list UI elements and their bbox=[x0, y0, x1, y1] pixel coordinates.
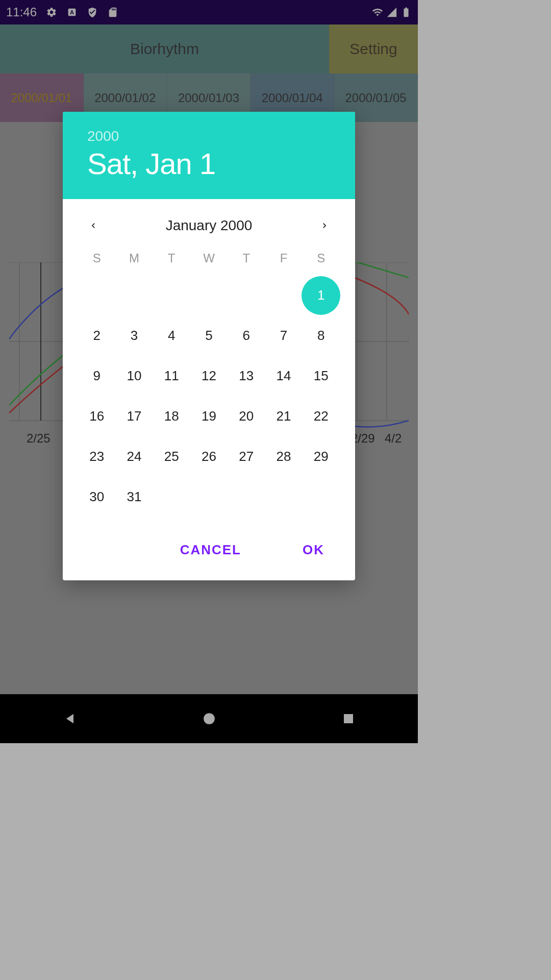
day-15[interactable]: 15 bbox=[303, 356, 340, 396]
weekday-fri: F bbox=[265, 251, 302, 265]
date-picker-dialog: 2000 Sat, Jan 1 January 2000 S M T W T F… bbox=[63, 112, 355, 580]
day-22[interactable]: 22 bbox=[303, 397, 340, 436]
day-7[interactable]: 7 bbox=[265, 316, 302, 355]
day-row: 9101112131415 bbox=[78, 356, 340, 396]
day-25[interactable]: 25 bbox=[153, 437, 190, 476]
weekday-sat: S bbox=[303, 251, 340, 265]
svg-point-9 bbox=[204, 713, 215, 724]
day-empty bbox=[190, 276, 228, 315]
day-empty bbox=[303, 477, 340, 517]
day-26[interactable]: 26 bbox=[190, 437, 228, 476]
triangle-back-icon bbox=[63, 712, 77, 726]
day-empty bbox=[78, 276, 115, 315]
weekday-sun: S bbox=[78, 251, 115, 265]
chevron-right-icon bbox=[319, 220, 330, 231]
day-4[interactable]: 4 bbox=[153, 316, 190, 355]
day-row: 3031 bbox=[78, 477, 340, 517]
day-empty bbox=[153, 276, 190, 315]
day-3[interactable]: 3 bbox=[115, 316, 153, 355]
day-11[interactable]: 11 bbox=[153, 356, 190, 396]
day-row: 16171819202122 bbox=[78, 397, 340, 436]
day-empty bbox=[115, 276, 153, 315]
ok-button[interactable]: OK bbox=[287, 535, 340, 565]
cancel-button[interactable]: CANCEL bbox=[165, 535, 257, 565]
day-5[interactable]: 5 bbox=[190, 316, 228, 355]
weekday-row: S M T W T F S bbox=[78, 251, 340, 265]
day-6[interactable]: 6 bbox=[228, 316, 265, 355]
day-9[interactable]: 9 bbox=[78, 356, 115, 396]
day-empty bbox=[228, 276, 265, 315]
weekday-thu: T bbox=[228, 251, 265, 265]
day-23[interactable]: 23 bbox=[78, 437, 115, 476]
picker-buttons: CANCEL OK bbox=[63, 528, 355, 580]
prev-month-button[interactable] bbox=[83, 215, 104, 236]
square-recent-icon bbox=[342, 713, 355, 725]
day-29[interactable]: 29 bbox=[303, 437, 340, 476]
day-empty bbox=[265, 276, 302, 315]
day-row: 23242526272829 bbox=[78, 437, 340, 476]
back-button[interactable] bbox=[39, 706, 101, 731]
day-28[interactable]: 28 bbox=[265, 437, 302, 476]
day-16[interactable]: 16 bbox=[78, 397, 115, 436]
day-1[interactable]: 1 bbox=[303, 276, 340, 315]
day-8[interactable]: 8 bbox=[303, 316, 340, 355]
chevron-left-icon bbox=[88, 220, 98, 231]
weekday-tue: T bbox=[153, 251, 190, 265]
day-21[interactable]: 21 bbox=[265, 397, 302, 436]
weekday-mon: M bbox=[115, 251, 153, 265]
day-empty bbox=[153, 477, 190, 517]
day-24[interactable]: 24 bbox=[115, 437, 153, 476]
day-empty bbox=[265, 477, 302, 517]
picker-header: 2000 Sat, Jan 1 bbox=[63, 112, 355, 199]
calendar-grid: S M T W T F S 12345678910111213141516171… bbox=[63, 246, 355, 528]
day-27[interactable]: 27 bbox=[228, 437, 265, 476]
day-20[interactable]: 20 bbox=[228, 397, 265, 436]
day-row: 1 bbox=[78, 276, 340, 315]
day-13[interactable]: 13 bbox=[228, 356, 265, 396]
day-row: 2345678 bbox=[78, 316, 340, 355]
day-empty bbox=[228, 477, 265, 517]
picker-selected-date[interactable]: Sat, Jan 1 bbox=[87, 146, 331, 181]
day-19[interactable]: 19 bbox=[190, 397, 228, 436]
system-nav-bar bbox=[0, 694, 418, 743]
day-17[interactable]: 17 bbox=[115, 397, 153, 436]
picker-year[interactable]: 2000 bbox=[87, 128, 331, 144]
day-18[interactable]: 18 bbox=[153, 397, 190, 436]
day-12[interactable]: 12 bbox=[190, 356, 228, 396]
home-button[interactable] bbox=[179, 706, 240, 731]
next-month-button[interactable] bbox=[314, 215, 335, 236]
day-10[interactable]: 10 bbox=[115, 356, 153, 396]
weekday-wed: W bbox=[190, 251, 228, 265]
recent-button[interactable] bbox=[318, 706, 379, 731]
day-14[interactable]: 14 bbox=[265, 356, 302, 396]
circle-home-icon bbox=[203, 712, 216, 725]
day-30[interactable]: 30 bbox=[78, 477, 115, 517]
modal-overlay[interactable]: 2000 Sat, Jan 1 January 2000 S M T W T F… bbox=[0, 0, 418, 743]
day-empty bbox=[190, 477, 228, 517]
day-31[interactable]: 31 bbox=[115, 477, 153, 517]
svg-rect-10 bbox=[344, 714, 353, 723]
picker-month-nav: January 2000 bbox=[63, 199, 355, 246]
picker-month-label: January 2000 bbox=[166, 217, 253, 234]
day-2[interactable]: 2 bbox=[78, 316, 115, 355]
